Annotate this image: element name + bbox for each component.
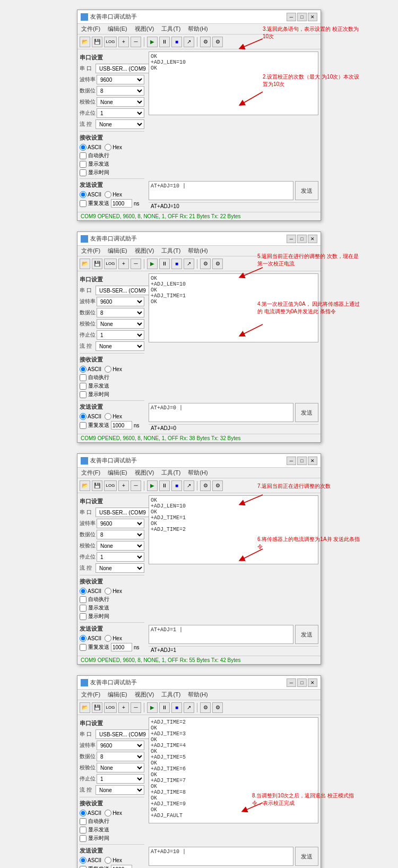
menu-view-1[interactable]: 视图(V) — [133, 25, 156, 33]
menu-edit-3[interactable]: 编辑(E) — [106, 469, 129, 477]
data-select-3[interactable]: 8 — [97, 530, 144, 539]
minimize-btn-1[interactable]: ─ — [287, 13, 296, 21]
auto-check-3[interactable] — [80, 596, 86, 603]
tb-cursor-2[interactable]: ↗ — [184, 259, 194, 269]
show-time-check-1[interactable] — [80, 169, 86, 176]
close-btn-3[interactable]: ✕ — [308, 457, 317, 465]
send-hex-radio-2[interactable] — [105, 413, 111, 420]
send-hex-radio-1[interactable] — [105, 191, 111, 198]
parity-select-1[interactable]: None — [97, 97, 144, 107]
send-hex-label-2[interactable]: Hex — [105, 413, 122, 420]
tb-settings-2[interactable]: ⚙ — [200, 259, 211, 269]
send-hex-label-3[interactable]: Hex — [105, 635, 122, 642]
recv-hex-label-4[interactable]: Hex — [105, 810, 122, 817]
send-area-4[interactable]: AT+ADJ=10 | — [149, 847, 293, 866]
tb-gear-3[interactable]: ⚙ — [212, 480, 223, 491]
tb-settings-4[interactable]: ⚙ — [200, 702, 211, 713]
data-select-4[interactable]: 8 — [97, 752, 144, 761]
tb-cursor-3[interactable]: ↗ — [184, 480, 194, 491]
tb-play-2[interactable]: ▶ — [147, 259, 158, 269]
recv-hex-label-1[interactable]: Hex — [105, 144, 122, 151]
maximize-btn-4[interactable]: □ — [297, 678, 307, 687]
recv-hex-label-2[interactable]: Hex — [105, 366, 122, 373]
show-time-check-2[interactable] — [80, 391, 86, 398]
flow-select-4[interactable]: None — [96, 785, 144, 795]
tb-open-2[interactable]: 📂 — [80, 259, 90, 269]
recv-hex-radio-2[interactable] — [105, 366, 111, 373]
tb-open-1[interactable]: 📂 — [80, 37, 90, 47]
show-send-check-3[interactable] — [80, 605, 86, 612]
tb-play-4[interactable]: ▶ — [147, 702, 158, 713]
menu-tools-2[interactable]: 工具(T) — [160, 247, 182, 255]
send-ascii-radio-2[interactable] — [80, 413, 86, 420]
baud-select-3[interactable]: 9600 — [97, 519, 144, 528]
tb-log-3[interactable]: LOG — [104, 480, 117, 491]
send-area-2[interactable]: AT+ADJ=0 | — [149, 403, 293, 422]
stop-select-3[interactable]: 1 — [97, 552, 144, 562]
menu-file-1[interactable]: 文件(F) — [80, 25, 102, 33]
repeat-input-2[interactable] — [111, 421, 132, 429]
send-btn-2[interactable]: 发送 — [295, 403, 318, 422]
tb-stop-2[interactable]: ■ — [171, 259, 182, 269]
stop-select-4[interactable]: 1 — [97, 774, 144, 784]
repeat-input-4[interactable] — [111, 865, 132, 868]
recv-ascii-radio-4[interactable] — [80, 810, 86, 817]
show-send-check-4[interactable] — [80, 827, 86, 833]
send-hex-label-1[interactable]: Hex — [105, 191, 122, 198]
tb-settings-1[interactable]: ⚙ — [200, 37, 211, 47]
send-hex-radio-3[interactable] — [105, 635, 111, 642]
data-select-1[interactable]: 8 — [97, 86, 144, 96]
send-ascii-radio-1[interactable] — [80, 191, 86, 198]
recv-ascii-label-3[interactable]: ASCII — [80, 588, 101, 595]
tb-save-4[interactable]: 💾 — [92, 702, 102, 713]
menu-view-3[interactable]: 视图(V) — [133, 469, 156, 477]
baud-select-4[interactable]: 9600 — [97, 741, 144, 750]
tb-gear-2[interactable]: ⚙ — [212, 259, 223, 269]
tb-gear-4[interactable]: ⚙ — [212, 702, 223, 713]
tb-log-4[interactable]: LOG — [104, 702, 117, 713]
send-area-3[interactable]: AT+ADJ=1 | — [149, 625, 293, 644]
flow-select-2[interactable]: None — [96, 341, 144, 351]
minimize-btn-3[interactable]: ─ — [287, 457, 296, 465]
maximize-btn-3[interactable]: □ — [297, 457, 307, 465]
menu-view-2[interactable]: 视图(V) — [133, 247, 156, 255]
parity-select-4[interactable]: None — [97, 763, 144, 772]
menu-help-1[interactable]: 帮助(H) — [186, 25, 209, 33]
send-ascii-label-2[interactable]: ASCII — [80, 413, 101, 420]
stop-select-2[interactable]: 1 — [97, 330, 144, 340]
tb-cursor-1[interactable]: ↗ — [184, 37, 194, 47]
send-ascii-label-1[interactable]: ASCII — [80, 191, 101, 198]
tb-open-3[interactable]: 📂 — [80, 480, 90, 491]
flow-select-1[interactable]: None — [96, 119, 144, 129]
stop-select-1[interactable]: 1 — [97, 108, 144, 118]
auto-check-2[interactable] — [80, 374, 86, 381]
menu-tools-3[interactable]: 工具(T) — [160, 469, 182, 477]
tb-save-3[interactable]: 💾 — [92, 480, 102, 491]
recv-ascii-radio-1[interactable] — [80, 144, 86, 151]
data-select-2[interactable]: 8 — [97, 308, 144, 317]
send-ascii-label-3[interactable]: ASCII — [80, 635, 101, 642]
tb-play-3[interactable]: ▶ — [147, 480, 158, 491]
parity-select-2[interactable]: None — [97, 319, 144, 329]
tb-stop-3[interactable]: ■ — [171, 480, 182, 491]
repeat-check-4[interactable] — [80, 866, 86, 869]
send-hex-label-4[interactable]: Hex — [105, 857, 122, 864]
tb-save-1[interactable]: 💾 — [92, 37, 102, 47]
send-ascii-radio-3[interactable] — [80, 635, 86, 642]
tb-pause-2[interactable]: ⏸ — [159, 259, 170, 269]
recv-hex-label-3[interactable]: Hex — [105, 588, 122, 595]
maximize-btn-1[interactable]: □ — [297, 13, 307, 21]
tb-stop-1[interactable]: ■ — [171, 37, 182, 47]
menu-file-4[interactable]: 文件(F) — [80, 691, 102, 699]
tb-add-1[interactable]: + — [118, 37, 129, 47]
menu-edit-2[interactable]: 编辑(E) — [106, 247, 129, 255]
menu-view-4[interactable]: 视图(V) — [133, 691, 156, 699]
menu-tools-4[interactable]: 工具(T) — [160, 691, 182, 699]
tb-gear-1[interactable]: ⚙ — [212, 37, 223, 47]
tb-add-3[interactable]: + — [118, 480, 129, 491]
menu-help-2[interactable]: 帮助(H) — [186, 247, 209, 255]
tb-pause-3[interactable]: ⏸ — [159, 480, 170, 491]
menu-help-4[interactable]: 帮助(H) — [186, 691, 209, 699]
tb-log-1[interactable]: LOG — [104, 37, 117, 47]
tb-open-4[interactable]: 📂 — [80, 702, 90, 713]
